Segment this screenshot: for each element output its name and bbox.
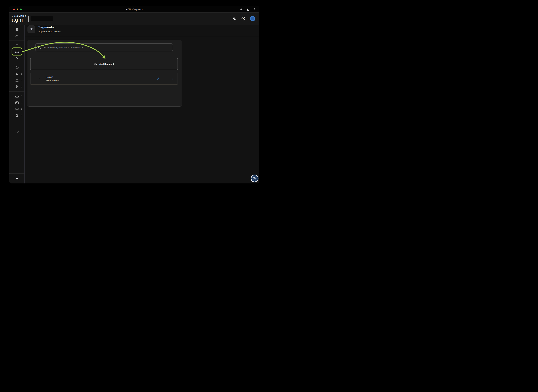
wifi-icon — [15, 43, 19, 47]
main-content: Segments Segmentation Policies — [25, 25, 259, 183]
sidebar-nav — [9, 25, 25, 183]
chevron-right-icon — [21, 73, 23, 75]
org-name-redacted — [31, 16, 53, 21]
apps-grid-icon — [15, 123, 19, 127]
certificate-monitor-icon — [15, 107, 19, 111]
chevron-right-icon — [21, 108, 23, 110]
segment-row-default[interactable]: Default Allow Access — [30, 73, 178, 84]
laptop-icon — [15, 79, 19, 82]
avatar-initials-redacted — [251, 17, 254, 20]
window-titlebar: AGNI - Segments — [9, 6, 259, 13]
sidebar-item-certificates[interactable] — [11, 106, 23, 112]
page-subtitle: Segmentation Policies — [38, 30, 61, 33]
dashboard-icon — [15, 28, 19, 31]
expand-chevron-down-icon[interactable] — [38, 77, 41, 80]
sidebar-item-wireless[interactable] — [11, 42, 23, 49]
sidebar-item-clients[interactable] — [11, 77, 23, 84]
sidebar-item-device-admin[interactable] — [11, 99, 23, 106]
sidebar-item-network-devices[interactable] — [11, 93, 23, 99]
add-segment-button[interactable]: Add Segment — [30, 58, 178, 70]
sidebar-item-dashboard[interactable] — [11, 26, 23, 33]
segment-policy: Allow Access — [46, 79, 59, 82]
system-gear-icon — [15, 113, 19, 117]
help-icon[interactable]: ? — [241, 17, 245, 20]
identity-360-icon — [15, 66, 19, 70]
sidebar-divider — [9, 91, 24, 92]
segment-search[interactable] — [35, 43, 173, 51]
search-input[interactable] — [43, 46, 170, 49]
apps-edit-icon — [15, 130, 19, 133]
sidebar-collapse-button[interactable] — [11, 175, 23, 182]
chevron-right-icon — [21, 86, 23, 88]
sidebar-item-monitoring[interactable] — [11, 33, 23, 39]
segment-name: Default — [46, 76, 59, 78]
chevron-right-icon — [21, 79, 23, 81]
sidebar-item-app-editor[interactable] — [11, 128, 23, 134]
sidebar-item-segments[interactable] — [11, 49, 23, 55]
window-title: AGNI - Segments — [9, 8, 259, 10]
header-divider — [25, 37, 259, 37]
chevron-right-icon — [21, 102, 23, 104]
playlist-add-icon — [94, 62, 97, 66]
sidebar-item-identity[interactable] — [11, 65, 23, 71]
robot-head-icon — [252, 176, 257, 181]
brand-line1: CloudVision — [12, 15, 26, 17]
guest-onboarding-icon — [15, 85, 19, 89]
chevron-right-icon — [21, 95, 23, 97]
page-icon-tile — [28, 25, 35, 33]
browser-menu-icon[interactable] — [253, 8, 256, 10]
brand-line2: agni — [12, 17, 26, 23]
app-header: CloudVision agni ? — [9, 13, 259, 25]
search-icon — [38, 46, 41, 49]
browser-window: AGNI - Segments — [9, 6, 259, 183]
terminal-icon — [15, 101, 19, 105]
ai-assistant-badge[interactable] — [251, 175, 259, 182]
dark-mode-moon-icon[interactable] — [233, 17, 236, 21]
desktop: AGNI - Segments — [0, 0, 269, 196]
segments-icon — [15, 50, 19, 54]
avatar[interactable] — [250, 16, 255, 21]
trend-line-icon — [15, 34, 19, 38]
shield-icon — [15, 56, 19, 60]
sidebar-item-users[interactable] — [11, 71, 23, 77]
page-title: Segments — [38, 25, 61, 29]
edit-segment-pencil-icon[interactable] — [156, 77, 160, 80]
sidebar-item-acls[interactable] — [11, 55, 23, 61]
chevron-right-icon — [21, 114, 23, 116]
user-icon — [15, 72, 19, 76]
extensions-puzzle-icon[interactable] — [246, 8, 249, 11]
sidebar-item-system[interactable] — [11, 112, 23, 118]
hide-eye-icon[interactable] — [240, 8, 243, 11]
segment-kebab-menu-icon[interactable] — [171, 77, 174, 80]
segments-icon — [29, 27, 34, 32]
switch-icon — [15, 94, 19, 98]
sidebar-item-apps[interactable] — [11, 122, 23, 128]
cloudvision-agni-logo: CloudVision agni — [12, 15, 26, 23]
sidebar-item-guest[interactable] — [11, 84, 23, 90]
segments-card: Add Segment Default Allow Access — [28, 40, 182, 107]
help-glyph: ? — [243, 17, 244, 20]
add-segment-label: Add Segment — [99, 63, 114, 65]
double-chevron-right-icon — [15, 177, 19, 180]
brand-separator — [28, 16, 29, 22]
